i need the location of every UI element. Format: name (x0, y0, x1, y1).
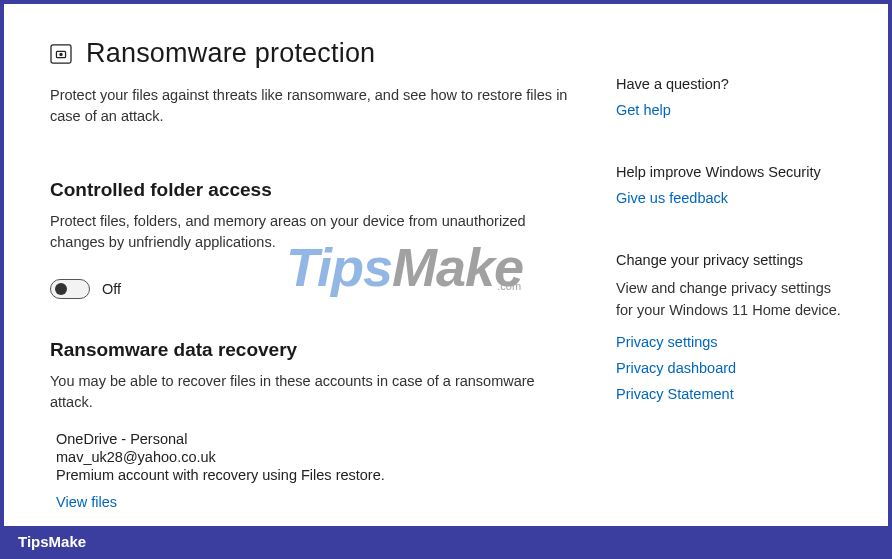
privacy-settings-link[interactable]: Privacy settings (616, 334, 848, 350)
have-question-title: Have a question? (616, 76, 848, 92)
controlled-folder-toggle-row: Off (50, 279, 570, 299)
content-wrapper: Ransomware protection Protect your files… (50, 38, 848, 511)
page-title: Ransomware protection (86, 38, 375, 69)
onedrive-account-block: OneDrive - Personal mav_uk28@yahoo.co.uk… (50, 431, 570, 511)
page-description: Protect your files against threats like … (50, 85, 570, 127)
sidebar-column: Have a question? Get help Help improve W… (616, 38, 848, 511)
account-name: OneDrive - Personal (56, 431, 570, 447)
have-question-section: Have a question? Get help (616, 76, 848, 118)
data-recovery-section: Ransomware data recovery You may be able… (50, 339, 570, 511)
privacy-description: View and change privacy settings for you… (616, 278, 848, 322)
controlled-folder-description: Protect files, folders, and memory areas… (50, 211, 550, 253)
main-column: Ransomware protection Protect your files… (50, 38, 570, 511)
account-email: mav_uk28@yahoo.co.uk (56, 449, 570, 465)
controlled-folder-title: Controlled folder access (50, 179, 570, 201)
controlled-folder-section: Controlled folder access Protect files, … (50, 179, 570, 299)
get-help-link[interactable]: Get help (616, 102, 848, 118)
ransomware-icon (50, 44, 72, 64)
improve-title: Help improve Windows Security (616, 164, 848, 180)
toggle-knob (55, 283, 67, 295)
page-header: Ransomware protection (50, 38, 570, 69)
svg-point-2 (60, 53, 62, 55)
data-recovery-title: Ransomware data recovery (50, 339, 570, 361)
improve-section: Help improve Windows Security Give us fe… (616, 164, 848, 206)
data-recovery-description: You may be able to recover files in thes… (50, 371, 550, 413)
privacy-title: Change your privacy settings (616, 252, 848, 268)
privacy-section: Change your privacy settings View and ch… (616, 252, 848, 402)
controlled-folder-toggle[interactable] (50, 279, 90, 299)
privacy-statement-link[interactable]: Privacy Statement (616, 386, 848, 402)
toggle-state-label: Off (102, 281, 121, 297)
view-files-link[interactable]: View files (56, 494, 117, 510)
give-feedback-link[interactable]: Give us feedback (616, 190, 848, 206)
settings-window: Ransomware protection Protect your files… (4, 4, 888, 526)
privacy-dashboard-link[interactable]: Privacy dashboard (616, 360, 848, 376)
account-note: Premium account with recovery using File… (56, 467, 570, 483)
footer-bar: TipsMake (4, 526, 888, 557)
